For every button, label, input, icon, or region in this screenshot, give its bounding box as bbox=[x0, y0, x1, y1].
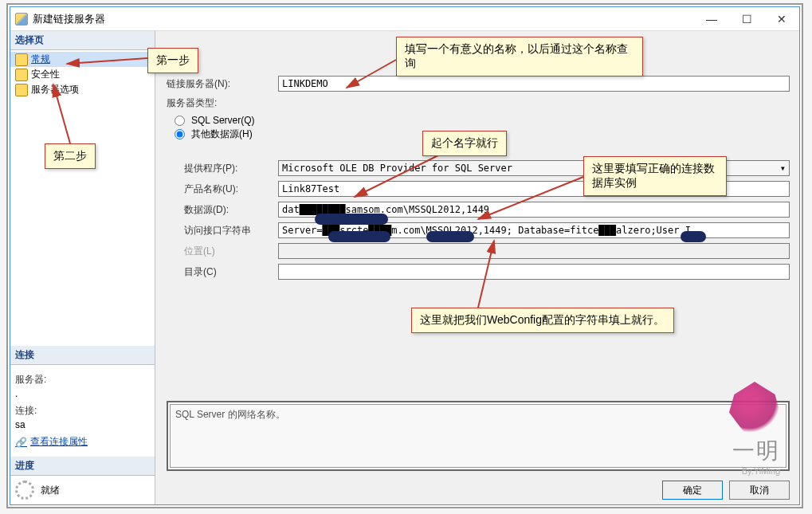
progress-header: 进度 bbox=[10, 457, 155, 476]
cancel-button[interactable]: 取消 bbox=[729, 481, 790, 500]
nav-server-options[interactable]: 服务器选项 bbox=[10, 82, 155, 97]
close-button[interactable]: ✕ bbox=[764, 7, 799, 31]
select-page-header: 选择页 bbox=[10, 31, 155, 50]
conn-value: sa bbox=[15, 419, 150, 430]
server-value: . bbox=[15, 388, 150, 399]
nav-general[interactable]: 常规 bbox=[10, 52, 155, 67]
location-label: 位置(L) bbox=[167, 245, 278, 258]
location-input bbox=[278, 243, 790, 259]
chevron-down-icon: ▾ bbox=[780, 163, 786, 174]
radio-other[interactable] bbox=[175, 129, 185, 139]
nav-security-label: 安全性 bbox=[31, 68, 60, 81]
connection-header: 连接 bbox=[10, 346, 155, 365]
nav-server-options-label: 服务器选项 bbox=[31, 83, 79, 96]
conn-label: 连接: bbox=[15, 404, 150, 418]
page-icon bbox=[15, 53, 28, 66]
nav-security[interactable]: 安全性 bbox=[10, 67, 155, 82]
watermark-text: 一明 bbox=[729, 436, 780, 466]
provider-label: 提供程序(P): bbox=[167, 162, 278, 175]
watermark-logo-icon bbox=[729, 382, 780, 433]
window-title: 新建链接服务器 bbox=[33, 12, 105, 26]
datasource-label: 数据源(D): bbox=[167, 203, 278, 217]
product-label: 产品名称(U): bbox=[167, 182, 278, 196]
right-pane: 链接服务器(N): 服务器类型: SQL Server(Q) 其他数据源(H) … bbox=[155, 31, 799, 504]
callout-name-desc: 填写一个有意义的名称，以后通过这个名称查询 bbox=[396, 37, 643, 77]
progress-ring-icon bbox=[15, 481, 34, 500]
hint-text: SQL Server 的网络名称。 bbox=[170, 404, 787, 468]
minimize-button[interactable]: — bbox=[694, 7, 729, 31]
watermark: 一明 By.YiMing bbox=[729, 382, 780, 476]
dialog-window: 新建链接服务器 — ☐ ✕ 选择页 常规 安全性 服务器选项 bbox=[10, 6, 800, 505]
callout-correct-instance: 这里要填写正确的连接数据库实例 bbox=[583, 156, 727, 196]
callout-webconfig: 这里就把我们WebConfig配置的字符串填上就行。 bbox=[411, 308, 674, 333]
catalog-label: 目录(C) bbox=[167, 265, 278, 279]
connstr-label: 访问接口字符串 bbox=[167, 224, 278, 237]
maximize-button[interactable]: ☐ bbox=[729, 7, 764, 31]
nav-general-label: 常规 bbox=[31, 53, 50, 66]
page-icon bbox=[15, 84, 28, 96]
titlebar: 新建链接服务器 — ☐ ✕ bbox=[10, 7, 799, 31]
callout-step2: 第二步 bbox=[45, 143, 96, 169]
callout-step1: 第一步 bbox=[147, 48, 198, 73]
catalog-input[interactable] bbox=[278, 264, 790, 280]
server-label: 服务器: bbox=[15, 373, 150, 386]
left-pane: 选择页 常规 安全性 服务器选项 连接 服务器: . bbox=[10, 31, 155, 504]
app-icon bbox=[15, 13, 28, 26]
radio-sqlserver[interactable] bbox=[175, 116, 185, 126]
hint-panel: SQL Server 的网络名称。 bbox=[167, 401, 790, 471]
page-icon bbox=[15, 69, 28, 81]
view-conn-props[interactable]: 🔗 查看连接属性 bbox=[15, 435, 88, 449]
radio-other-label: 其他数据源(H) bbox=[191, 128, 253, 141]
callout-just-name: 起个名字就行 bbox=[422, 131, 507, 156]
linked-server-label: 链接服务器(N): bbox=[167, 77, 278, 91]
ok-button[interactable]: 确定 bbox=[662, 481, 723, 500]
watermark-sub: By.YiMing bbox=[729, 466, 780, 476]
radio-sqlserver-label: SQL Server(Q) bbox=[191, 115, 255, 126]
linked-server-input[interactable] bbox=[278, 76, 790, 92]
link-icon: 🔗 bbox=[15, 437, 27, 448]
server-type-label: 服务器类型: bbox=[167, 96, 278, 110]
progress-status: 就绪 bbox=[41, 484, 60, 497]
